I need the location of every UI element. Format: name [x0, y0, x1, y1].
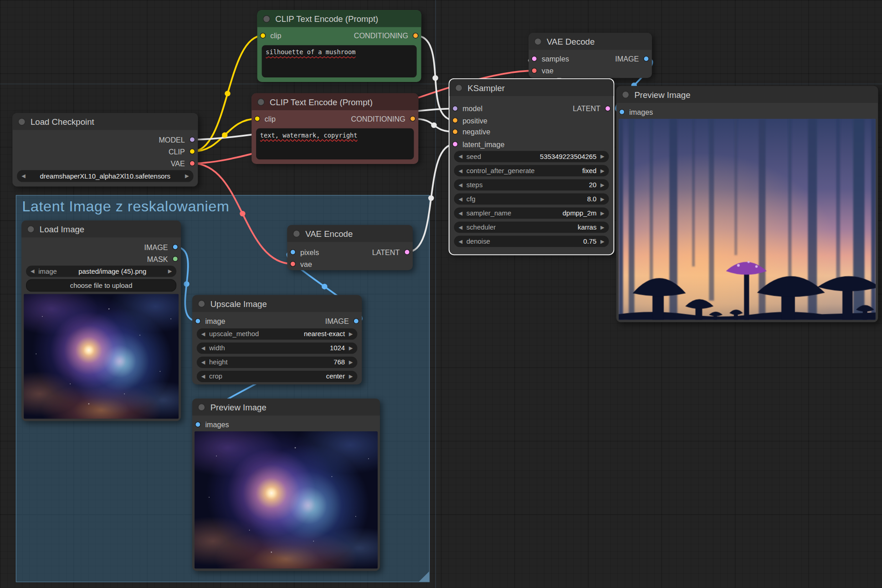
collapse-dot-icon[interactable] — [198, 403, 205, 410]
node-header[interactable]: Load Checkpoint — [12, 113, 198, 130]
increment-icon[interactable]: ▶ — [600, 225, 605, 230]
widget-steps[interactable]: ◀ steps 20 ▶ — [454, 179, 609, 190]
slot-dot-image[interactable] — [354, 318, 359, 324]
widget-scheduler[interactable]: ◀ scheduler karras ▶ — [454, 221, 609, 233]
increment-icon[interactable]: ▶ — [600, 210, 605, 215]
output-slot-vae[interactable]: VAE — [12, 158, 198, 169]
collapse-dot-icon[interactable] — [293, 230, 300, 237]
ckpt-name-combo[interactable]: ◀ dreamshaperXL10_alpha2Xl10.safetensors… — [17, 170, 193, 182]
node-header[interactable]: CLIP Text Encode (Prompt) — [251, 93, 418, 110]
collapse-dot-icon[interactable] — [18, 118, 26, 125]
slot-dot-vae[interactable] — [190, 160, 195, 166]
node-load-checkpoint[interactable]: Load Checkpoint MODEL CLIP VAE ◀ dreamsh… — [12, 113, 198, 186]
node-header[interactable]: Load Image — [21, 220, 181, 237]
collapse-dot-icon[interactable] — [263, 15, 270, 22]
decrement-icon[interactable]: ◀ — [458, 196, 462, 201]
slot-dot-conditioning[interactable] — [413, 33, 418, 38]
node-load-image[interactable]: Load Image IMAGE MASK ◀ image pasted/ima… — [21, 220, 181, 421]
increment-icon[interactable]: ▶ — [600, 239, 605, 244]
input-slot-negative[interactable]: negative — [450, 126, 614, 138]
combo-left-icon[interactable]: ◀ — [201, 374, 205, 379]
image-file-combo[interactable]: ◀ image pasted/image (45).png ▶ — [26, 266, 176, 277]
output-slot-image[interactable]: IMAGE — [528, 53, 652, 65]
output-slot-mask[interactable]: MASK — [21, 253, 181, 265]
input-slot-images[interactable]: images — [616, 106, 878, 118]
increment-icon[interactable]: ▶ — [600, 182, 605, 187]
node-header[interactable]: Preview Image — [616, 86, 878, 103]
widget-seed[interactable]: ◀ seed 535349223504265 ▶ — [454, 151, 609, 162]
slot-dot-latent[interactable] — [404, 249, 410, 255]
input-slot-vae[interactable]: vae — [287, 258, 413, 270]
output-slot-image[interactable]: IMAGE — [192, 315, 362, 327]
node-vae-encode[interactable]: VAE Encode pixels vae LATENT — [287, 225, 413, 270]
widget-width[interactable]: ◀ width 1024 ▶ — [197, 343, 357, 354]
output-slot-clip[interactable]: CLIP — [12, 146, 198, 157]
output-slot-latent[interactable]: LATENT — [450, 103, 614, 114]
slot-dot-image[interactable] — [173, 244, 178, 250]
input-slot-vae[interactable]: vae — [528, 65, 652, 77]
slot-dot-clip[interactable] — [190, 148, 195, 154]
output-slot-conditioning[interactable]: CONDITIONING — [257, 30, 421, 41]
decrement-icon[interactable]: ◀ — [458, 182, 462, 187]
slot-dot-latent[interactable] — [605, 106, 610, 111]
collapse-dot-icon[interactable] — [534, 38, 542, 45]
group-title[interactable]: Latent Image z reskalowaniem — [22, 198, 229, 215]
node-header[interactable]: KSampler — [450, 79, 614, 96]
decrement-icon[interactable]: ◀ — [201, 346, 205, 351]
combo-left-icon[interactable]: ◀ — [21, 174, 26, 179]
collapse-dot-icon[interactable] — [257, 98, 265, 105]
output-slot-model[interactable]: MODEL — [12, 134, 198, 145]
widget-sampler-name[interactable]: ◀ sampler_name dpmpp_2m ▶ — [454, 207, 609, 219]
decrement-icon[interactable]: ◀ — [458, 225, 462, 230]
input-slot-latent-image[interactable]: latent_image — [450, 138, 614, 150]
widget-denoise[interactable]: ◀ denoise 0.75 ▶ — [454, 235, 609, 247]
slot-dot-model[interactable] — [190, 137, 195, 142]
collapse-dot-icon[interactable] — [455, 84, 462, 91]
slot-dot-images[interactable] — [195, 422, 200, 427]
node-ksampler[interactable]: KSampler model positive negative latent_… — [450, 79, 614, 255]
slot-dot-negative[interactable] — [452, 129, 458, 134]
decrement-icon[interactable]: ◀ — [201, 360, 205, 365]
node-header[interactable]: VAE Decode — [528, 33, 652, 50]
node-clip-text-encode-positive[interactable]: CLIP Text Encode (Prompt) clip CONDITION… — [257, 10, 421, 82]
widget-height[interactable]: ◀ height 768 ▶ — [197, 357, 357, 368]
decrement-icon[interactable]: ◀ — [458, 168, 462, 173]
increment-icon[interactable]: ▶ — [349, 360, 353, 365]
output-slot-image[interactable]: IMAGE — [21, 241, 181, 253]
node-vae-decode[interactable]: VAE Decode samples vae IMAGE — [528, 33, 652, 78]
output-slot-latent[interactable]: LATENT — [287, 246, 413, 258]
slot-dot-positive[interactable] — [452, 118, 458, 123]
combo-right-icon[interactable]: ▶ — [168, 269, 172, 274]
increment-icon[interactable]: ▶ — [600, 154, 605, 159]
collapse-dot-icon[interactable] — [622, 91, 629, 98]
slot-dot-images[interactable] — [619, 109, 625, 115]
decrement-icon[interactable]: ◀ — [458, 210, 462, 215]
combo-right-icon[interactable]: ▶ — [349, 374, 353, 379]
combo-left-icon[interactable]: ◀ — [201, 332, 205, 337]
positive-prompt-textarea[interactable]: silhouette of a mushroom — [262, 45, 417, 77]
node-header[interactable]: Upscale Image — [192, 295, 362, 312]
slot-dot-conditioning[interactable] — [410, 116, 415, 121]
slot-dot-mask[interactable] — [173, 256, 178, 261]
node-header[interactable]: Preview Image — [192, 399, 380, 415]
slot-dot-image[interactable] — [643, 56, 649, 61]
node-preview-image-main[interactable]: Preview Image images — [616, 86, 878, 322]
collapse-dot-icon[interactable] — [198, 300, 205, 307]
graph-canvas[interactable]: Latent Image z reskalowaniem — [0, 0, 882, 588]
decrement-icon[interactable]: ◀ — [458, 154, 462, 159]
collapse-dot-icon[interactable] — [27, 225, 35, 233]
combo-right-icon[interactable]: ▶ — [349, 332, 353, 337]
negative-prompt-textarea[interactable]: text, watermark, copyright — [256, 128, 414, 159]
widget-upscale-method[interactable]: ◀ upscale_method nearest-exact ▶ — [197, 328, 357, 340]
increment-icon[interactable]: ▶ — [349, 346, 353, 351]
combo-right-icon[interactable]: ▶ — [185, 174, 189, 179]
node-preview-image-upscaled[interactable]: Preview Image images — [192, 399, 380, 571]
node-upscale-image[interactable]: Upscale Image image IMAGE ◀ upscale_meth… — [192, 295, 362, 384]
node-header[interactable]: VAE Encode — [287, 225, 413, 242]
slot-dot-latent-image[interactable] — [452, 141, 458, 147]
widget-crop[interactable]: ◀ crop center ▶ — [197, 371, 357, 382]
choose-file-button[interactable]: choose file to upload — [26, 279, 176, 291]
input-slot-images[interactable]: images — [192, 419, 380, 430]
widget-control-after-generate[interactable]: ◀ control_after_generate fixed ▶ — [454, 165, 609, 176]
decrement-icon[interactable]: ◀ — [458, 239, 462, 244]
